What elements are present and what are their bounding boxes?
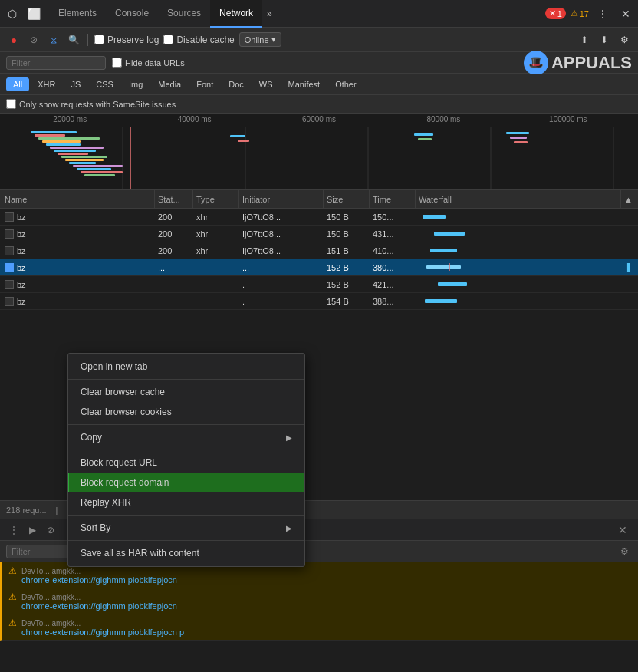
- resource-css-button[interactable]: CSS: [89, 77, 120, 91]
- row-checkbox[interactable]: [5, 212, 14, 222]
- device-icon[interactable]: ⬜: [25, 5, 43, 23]
- table-row[interactable]: bz ... ... 152 B 380... ▐: [0, 259, 638, 276]
- console-link[interactable]: chrome-extension://gighmm piobklfepjocn: [21, 575, 177, 585]
- sort-arrow-icon: ▶: [286, 524, 292, 532]
- header-initiator[interactable]: Initiator: [239, 190, 324, 208]
- row-name: bz: [2, 280, 155, 289]
- ctx-replay-xhr[interactable]: Replay XHR: [68, 492, 304, 512]
- ctx-save-har[interactable]: Save all as HAR with content: [68, 543, 304, 563]
- close-icon[interactable]: ✕: [617, 5, 635, 23]
- table-row[interactable]: bz . 152 B 421...: [0, 276, 638, 293]
- export-button[interactable]: ⬇: [597, 32, 612, 48]
- resource-other-button[interactable]: Other: [328, 77, 363, 91]
- console-link[interactable]: chrome-extension://gighmm piobklfepjocn …: [21, 628, 184, 637]
- tab-network[interactable]: Network: [210, 0, 262, 28]
- record-button[interactable]: ●: [6, 32, 21, 48]
- resource-doc-button[interactable]: Doc: [222, 77, 251, 91]
- ctx-block-domain[interactable]: Block request domain: [68, 473, 304, 492]
- header-type[interactable]: Type: [193, 190, 239, 208]
- preserve-log-input[interactable]: [94, 35, 104, 44]
- console-link[interactable]: chrome-extension://gighmm piobklfepjocn: [21, 601, 177, 611]
- row-checkbox[interactable]: [5, 297, 14, 306]
- cursor-icon[interactable]: ⬡: [3, 5, 21, 23]
- tab-sources[interactable]: Sources: [158, 0, 210, 28]
- resource-img-button[interactable]: Img: [122, 77, 150, 91]
- ctx-copy[interactable]: Copy ▶: [68, 427, 304, 447]
- console-row: ⚠ DevTo... amgkk... chrome-extension://g…: [0, 614, 638, 641]
- row-checkbox[interactable]: [5, 229, 14, 239]
- samesite-label: Only show requests with SameSite issues: [19, 100, 176, 109]
- console-menu-icon[interactable]: ⋮: [6, 522, 21, 538]
- header-status[interactable]: Stat...: [155, 190, 193, 208]
- ctx-open-new-tab[interactable]: Open in new tab: [68, 357, 304, 377]
- disable-cache-checkbox[interactable]: Disable cache: [163, 35, 234, 45]
- svg-rect-8: [42, 140, 81, 143]
- appuals-logo: 🎩 APPUALS: [524, 51, 632, 75]
- console-row-content: DevTo... amgkk... chrome-extension://gig…: [21, 618, 184, 637]
- console-clear-icon[interactable]: ⊘: [43, 522, 58, 538]
- console-source: DevTo... amgkk...: [21, 619, 184, 628]
- resource-xhr-button[interactable]: XHR: [31, 77, 62, 91]
- warning-icon: ⚠: [8, 565, 17, 576]
- logo-icon: 🎩: [524, 51, 548, 75]
- resource-manifest-button[interactable]: Manifest: [281, 77, 327, 91]
- row-waterfall: [416, 297, 621, 306]
- row-checkbox[interactable]: [5, 263, 14, 272]
- samesite-checkbox[interactable]: [6, 99, 16, 109]
- ctx-separator-5: [68, 540, 304, 541]
- tab-elements[interactable]: Elements: [49, 0, 106, 28]
- tab-console[interactable]: Console: [106, 0, 158, 28]
- console-source: DevTo... amgkk...: [21, 567, 177, 575]
- ctx-block-url[interactable]: Block request URL: [68, 453, 304, 473]
- preserve-log-checkbox[interactable]: Preserve log: [94, 35, 159, 45]
- table-row[interactable]: bz 200 xhr IjO7ttO8... 150 B 150...: [0, 209, 638, 226]
- clear-button[interactable]: ⊘: [26, 32, 41, 48]
- ctx-clear-cache[interactable]: Clear browser cache: [68, 382, 304, 402]
- resource-js-button[interactable]: JS: [64, 77, 87, 91]
- row-checkbox[interactable]: [5, 246, 14, 255]
- resource-font-button[interactable]: Font: [189, 77, 220, 91]
- settings-button[interactable]: ⚙: [617, 32, 632, 48]
- ctx-sort-by[interactable]: Sort By ▶: [68, 518, 304, 538]
- row-checkbox[interactable]: [5, 280, 14, 289]
- disable-cache-input[interactable]: [163, 35, 173, 44]
- header-size[interactable]: Size: [324, 190, 370, 208]
- more-options-icon[interactable]: ⋮: [594, 5, 612, 23]
- svg-rect-28: [423, 215, 446, 219]
- copy-arrow-icon: ▶: [286, 433, 292, 442]
- table-row[interactable]: bz . 154 B 388...: [0, 293, 638, 310]
- svg-rect-10: [50, 147, 104, 149]
- svg-rect-31: [426, 265, 461, 269]
- tab-more-button[interactable]: »: [262, 5, 277, 22]
- waterfall-time-labels: 20000 ms 40000 ms 60000 ms 80000 ms 1000…: [0, 115, 638, 124]
- resource-ws-button[interactable]: WS: [252, 77, 280, 91]
- console-row: ⚠ DevTo... amgkk... chrome-extension://g…: [0, 588, 638, 614]
- table-row[interactable]: bz 200 xhr IjO7ttO8... 150 B 431...: [0, 226, 638, 242]
- row-time: 150...: [370, 212, 416, 222]
- filter-input[interactable]: [6, 56, 106, 70]
- header-time[interactable]: Time: [370, 190, 416, 208]
- console-close-button[interactable]: ✕: [613, 522, 632, 538]
- hide-data-urls-input[interactable]: [112, 58, 122, 68]
- row-type: xhr: [193, 246, 239, 255]
- ctx-clear-cookies[interactable]: Clear browser cookies: [68, 402, 304, 422]
- console-play-icon[interactable]: ▶: [25, 522, 40, 538]
- table-row[interactable]: bz 200 xhr IjO7ttO8... 151 B 410...: [0, 242, 638, 259]
- svg-rect-11: [54, 150, 96, 152]
- svg-rect-30: [430, 249, 457, 252]
- header-sort[interactable]: ▲: [621, 190, 636, 208]
- tab-bar: ⬡ ⬜ Elements Console Sources Network » ✕…: [0, 0, 638, 28]
- row-size: 154 B: [324, 297, 370, 306]
- network-throttle-select[interactable]: Online ▾: [239, 32, 281, 47]
- import-button[interactable]: ⬆: [577, 32, 592, 48]
- disable-cache-label: Disable cache: [176, 35, 234, 45]
- hide-data-urls-checkbox[interactable]: Hide data URLs: [112, 58, 185, 68]
- header-waterfall[interactable]: Waterfall: [416, 190, 621, 208]
- search-button[interactable]: 🔍: [66, 32, 81, 48]
- ctx-separator-2: [68, 424, 304, 425]
- resource-all-button[interactable]: All: [6, 77, 29, 91]
- svg-rect-21: [238, 140, 249, 142]
- filter-toggle-button[interactable]: ⧖: [46, 32, 61, 48]
- resource-media-button[interactable]: Media: [151, 77, 188, 91]
- console-settings-icon[interactable]: ⚙: [617, 544, 632, 559]
